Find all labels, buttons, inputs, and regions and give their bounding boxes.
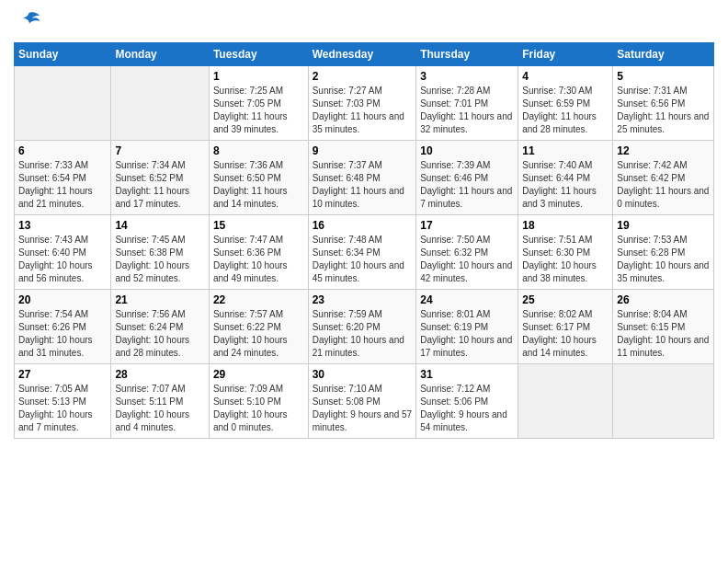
day-info: Sunrise: 7:45 AMSunset: 6:38 PMDaylight:… [115,234,204,285]
col-wednesday: Wednesday [308,43,416,66]
day-info: Sunrise: 7:56 AMSunset: 6:24 PMDaylight:… [115,308,204,360]
day-number: 13 [18,219,107,232]
day-number: 10 [420,144,514,157]
day-number: 20 [18,293,107,306]
col-sunday: Sunday [15,43,111,66]
day-number: 14 [115,219,204,232]
day-number: 5 [617,70,710,83]
day-cell: 1Sunrise: 7:25 AMSunset: 7:05 PMDaylight… [209,66,308,141]
day-number: 12 [617,144,710,157]
day-info: Sunrise: 7:47 AMSunset: 6:36 PMDaylight:… [213,234,304,285]
day-number: 17 [420,219,514,232]
day-info: Sunrise: 7:12 AMSunset: 5:06 PMDaylight:… [420,383,514,434]
day-number: 24 [420,293,514,306]
day-number: 2 [313,70,413,83]
col-monday: Monday [111,43,209,66]
day-number: 26 [617,293,710,306]
day-info: Sunrise: 7:27 AMSunset: 7:03 PMDaylight:… [313,85,413,136]
day-cell [613,364,714,439]
day-cell: 12Sunrise: 7:42 AMSunset: 6:42 PMDayligh… [613,141,714,215]
day-cell: 26Sunrise: 8:04 AMSunset: 6:15 PMDayligh… [613,290,714,364]
day-cell: 20Sunrise: 7:54 AMSunset: 6:26 PMDayligh… [15,290,111,364]
day-cell: 22Sunrise: 7:57 AMSunset: 6:22 PMDayligh… [209,290,308,364]
day-cell: 8Sunrise: 7:36 AMSunset: 6:50 PMDaylight… [209,141,308,215]
page: Sunday Monday Tuesday Wednesday Thursday… [0,0,728,563]
day-number: 19 [617,219,710,232]
day-number: 30 [313,368,413,381]
day-info: Sunrise: 7:54 AMSunset: 6:26 PMDaylight:… [18,308,107,360]
day-number: 9 [313,144,413,157]
day-cell: 9Sunrise: 7:37 AMSunset: 6:48 PMDaylight… [308,141,416,215]
day-info: Sunrise: 8:04 AMSunset: 6:15 PMDaylight:… [617,308,710,360]
day-cell: 6Sunrise: 7:33 AMSunset: 6:54 PMDaylight… [15,141,111,215]
day-cell: 4Sunrise: 7:30 AMSunset: 6:59 PMDaylight… [518,66,613,141]
day-cell [111,66,209,141]
day-cell: 16Sunrise: 7:48 AMSunset: 6:34 PMDayligh… [308,215,416,290]
day-cell: 30Sunrise: 7:10 AMSunset: 5:08 PMDayligh… [308,364,416,439]
day-info: Sunrise: 8:02 AMSunset: 6:17 PMDaylight:… [522,308,609,360]
week-row-3: 13Sunrise: 7:43 AMSunset: 6:40 PMDayligh… [15,215,714,290]
day-cell [518,364,613,439]
day-info: Sunrise: 7:09 AMSunset: 5:10 PMDaylight:… [213,383,304,434]
day-cell: 21Sunrise: 7:56 AMSunset: 6:24 PMDayligh… [111,290,209,364]
day-cell: 28Sunrise: 7:07 AMSunset: 5:11 PMDayligh… [111,364,209,439]
day-info: Sunrise: 7:10 AMSunset: 5:08 PMDaylight:… [313,383,413,434]
day-cell: 23Sunrise: 7:59 AMSunset: 6:20 PMDayligh… [308,290,416,364]
day-number: 25 [522,293,609,306]
day-info: Sunrise: 7:59 AMSunset: 6:20 PMDaylight:… [313,308,413,360]
day-cell: 19Sunrise: 7:53 AMSunset: 6:28 PMDayligh… [613,215,714,290]
day-cell: 10Sunrise: 7:39 AMSunset: 6:46 PMDayligh… [416,141,518,215]
day-info: Sunrise: 7:57 AMSunset: 6:22 PMDaylight:… [213,308,304,360]
day-info: Sunrise: 7:51 AMSunset: 6:30 PMDaylight:… [522,234,609,285]
day-cell: 3Sunrise: 7:28 AMSunset: 7:01 PMDaylight… [416,66,518,141]
week-row-4: 20Sunrise: 7:54 AMSunset: 6:26 PMDayligh… [15,290,714,364]
day-number: 1 [213,70,304,83]
day-info: Sunrise: 7:39 AMSunset: 6:46 PMDaylight:… [420,159,514,211]
logo-bird-icon [16,9,41,35]
day-info: Sunrise: 7:48 AMSunset: 6:34 PMDaylight:… [313,234,413,285]
day-info: Sunrise: 8:01 AMSunset: 6:19 PMDaylight:… [420,308,514,360]
day-info: Sunrise: 7:43 AMSunset: 6:40 PMDaylight:… [18,234,107,285]
day-cell: 2Sunrise: 7:27 AMSunset: 7:03 PMDaylight… [308,66,416,141]
day-info: Sunrise: 7:53 AMSunset: 6:28 PMDaylight:… [617,234,710,285]
day-cell [15,66,111,141]
calendar-table: Sunday Monday Tuesday Wednesday Thursday… [14,42,714,439]
day-cell: 31Sunrise: 7:12 AMSunset: 5:06 PMDayligh… [416,364,518,439]
day-cell: 25Sunrise: 8:02 AMSunset: 6:17 PMDayligh… [518,290,613,364]
day-number: 4 [522,70,609,83]
day-info: Sunrise: 7:31 AMSunset: 6:56 PMDaylight:… [617,85,710,136]
day-number: 3 [420,70,514,83]
logo [14,9,41,35]
day-cell: 13Sunrise: 7:43 AMSunset: 6:40 PMDayligh… [15,215,111,290]
day-cell: 7Sunrise: 7:34 AMSunset: 6:52 PMDaylight… [111,141,209,215]
day-number: 21 [115,293,204,306]
day-number: 6 [18,144,107,157]
day-cell: 24Sunrise: 8:01 AMSunset: 6:19 PMDayligh… [416,290,518,364]
day-info: Sunrise: 7:30 AMSunset: 6:59 PMDaylight:… [522,85,609,136]
day-number: 23 [313,293,413,306]
day-info: Sunrise: 7:07 AMSunset: 5:11 PMDaylight:… [115,383,204,434]
day-info: Sunrise: 7:05 AMSunset: 5:13 PMDaylight:… [18,383,107,434]
day-number: 18 [522,219,609,232]
week-row-1: 1Sunrise: 7:25 AMSunset: 7:05 PMDaylight… [15,66,714,141]
day-info: Sunrise: 7:42 AMSunset: 6:42 PMDaylight:… [617,159,710,211]
col-friday: Friday [518,43,613,66]
col-thursday: Thursday [416,43,518,66]
day-info: Sunrise: 7:28 AMSunset: 7:01 PMDaylight:… [420,85,514,136]
day-number: 22 [213,293,304,306]
day-info: Sunrise: 7:40 AMSunset: 6:44 PMDaylight:… [522,159,609,211]
day-cell: 5Sunrise: 7:31 AMSunset: 6:56 PMDaylight… [613,66,714,141]
col-tuesday: Tuesday [209,43,308,66]
header [14,9,714,35]
day-cell: 18Sunrise: 7:51 AMSunset: 6:30 PMDayligh… [518,215,613,290]
day-cell: 29Sunrise: 7:09 AMSunset: 5:10 PMDayligh… [209,364,308,439]
day-cell: 15Sunrise: 7:47 AMSunset: 6:36 PMDayligh… [209,215,308,290]
day-number: 7 [115,144,204,157]
day-info: Sunrise: 7:25 AMSunset: 7:05 PMDaylight:… [213,85,304,136]
day-number: 8 [213,144,304,157]
day-number: 28 [115,368,204,381]
day-cell: 11Sunrise: 7:40 AMSunset: 6:44 PMDayligh… [518,141,613,215]
day-number: 11 [522,144,609,157]
day-info: Sunrise: 7:33 AMSunset: 6:54 PMDaylight:… [18,159,107,211]
day-info: Sunrise: 7:37 AMSunset: 6:48 PMDaylight:… [313,159,413,211]
